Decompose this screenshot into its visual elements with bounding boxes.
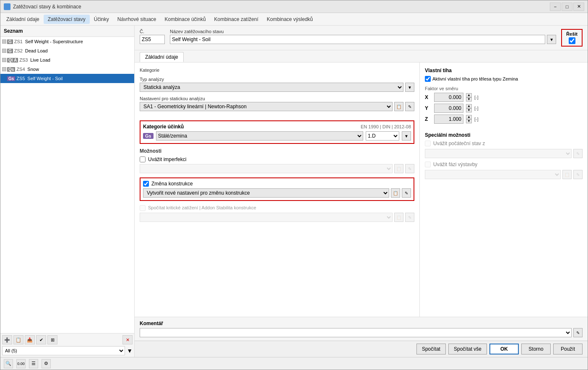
window-title: Zatěžovací stavy & kombinace bbox=[13, 4, 550, 10]
aktivni-checkbox[interactable] bbox=[425, 76, 431, 82]
name-combo: ▼ bbox=[170, 35, 556, 44]
spocitat-button[interactable]: Spočítat bbox=[416, 344, 446, 354]
menu-ucinky[interactable]: Účinky bbox=[90, 15, 113, 24]
komentar-btn[interactable]: ✎ bbox=[573, 328, 583, 337]
z-spin-down[interactable]: ▼ bbox=[466, 119, 472, 123]
filter-select[interactable]: All (5) bbox=[2, 346, 125, 355]
nastaveni-label: Nastavení pro statickou analýzu bbox=[140, 96, 414, 101]
zmena-checkbox[interactable] bbox=[143, 181, 149, 187]
minimize-button[interactable]: − bbox=[550, 3, 561, 11]
komentar-select[interactable] bbox=[140, 328, 572, 337]
maximize-button[interactable]: □ bbox=[562, 3, 572, 11]
kategorie-ucinku-box: Kategorie účinků EN 1990 | DIN | 2012-08… bbox=[140, 120, 414, 144]
uvazit-checkbox[interactable] bbox=[140, 156, 146, 162]
form-right: Vlastní tíha Aktivní vlastní tíha pro tě… bbox=[420, 63, 588, 317]
status-list-icon[interactable]: ☰ bbox=[29, 359, 38, 368]
table-button[interactable]: ⊞ bbox=[47, 335, 57, 344]
faktor-y-row: Y ▲ ▼ [-] bbox=[425, 104, 583, 113]
import-button[interactable]: 📥 bbox=[25, 335, 35, 344]
ok-button[interactable]: OK bbox=[489, 344, 519, 354]
faktor-z-row: Z ▲ ▼ [-] bbox=[425, 115, 583, 124]
storno-button[interactable]: Storno bbox=[521, 344, 551, 354]
menu-kombinace-vysledku[interactable]: Kombinace výsledků bbox=[263, 15, 317, 24]
resit-checkbox[interactable] bbox=[569, 37, 575, 44]
sidebar-item-zs1[interactable]: G ZS1 Self Weight - Superstructure bbox=[0, 37, 134, 46]
sidebar-item-zs2[interactable]: G ZS2 Dead Load bbox=[0, 46, 134, 55]
uvazit-edit-btn: ✎ bbox=[405, 164, 414, 173]
menu-zatezovaci[interactable]: Zatěžovací stavy bbox=[44, 15, 90, 24]
y-spin: ▲ ▼ bbox=[466, 104, 472, 112]
y-spin-down[interactable]: ▼ bbox=[466, 108, 472, 112]
faktor-x-row: X ▲ ▼ [-] bbox=[425, 93, 583, 102]
nastaveni-select[interactable]: SA1 - Geometricky lineární | Newton-Raph… bbox=[140, 102, 393, 111]
close-button[interactable]: ✕ bbox=[573, 3, 584, 11]
content-area: Seznam G ZS1 Self Weight - Superstructur… bbox=[0, 26, 588, 357]
copy-button[interactable]: 📋 bbox=[13, 335, 23, 344]
menu-navrhove[interactable]: Návrhové situace bbox=[113, 15, 161, 24]
add-button[interactable]: ➕ bbox=[2, 335, 12, 344]
moznosti-box: Možnosti Uvážit imperfekci 📋 ✎ bbox=[140, 148, 414, 173]
number-field-group: Č. bbox=[140, 29, 165, 44]
spocitat-vse-button[interactable]: Spočítat vše bbox=[448, 344, 487, 354]
y-spin-up[interactable]: ▲ bbox=[466, 104, 472, 108]
sidebar-item-zs4[interactable]: Qs ZS4 Snow bbox=[0, 65, 134, 74]
y-input[interactable] bbox=[434, 104, 463, 113]
status-coord-icon[interactable]: 0.00 bbox=[16, 359, 26, 368]
zmena-box: Změna konstrukce Vytvořit nové nastavení… bbox=[140, 177, 414, 201]
check-button[interactable]: ✔ bbox=[36, 335, 46, 344]
name-input[interactable] bbox=[170, 35, 545, 44]
typ-analyzy-combo: Statická analýza ▼ bbox=[140, 83, 414, 92]
status-bar: 🔍 0.00 ☰ ⚙ bbox=[0, 357, 588, 370]
aktivni-row: Aktivní vlastní tíha pro tělesa typu Zem… bbox=[425, 76, 583, 82]
kategorie-inner: Gs Stálé/zemina 1.D ▼ bbox=[143, 131, 411, 141]
spocitat-checkbox bbox=[140, 205, 146, 211]
typ-analyzy-select[interactable]: Statická analýza bbox=[140, 83, 403, 92]
x-spin-down[interactable]: ▼ bbox=[466, 97, 472, 102]
sidebar-item-zs5[interactable]: Gs ZS5 Self Weight - Soil bbox=[0, 74, 134, 83]
spocitat-combo-row: 📋 ✎ bbox=[140, 213, 414, 222]
menu-kombinace-ucinku[interactable]: Kombinace účinků bbox=[161, 15, 210, 24]
bottom-bar: Spočítat Spočítat vše OK Storno Použít bbox=[135, 341, 588, 357]
zmena-copy-btn[interactable]: 📋 bbox=[391, 188, 400, 198]
zs2-code: ZS2 bbox=[14, 48, 23, 53]
pocatecni-combo: ✎ bbox=[425, 149, 583, 158]
nastaveni-edit-btn[interactable]: ✎ bbox=[405, 102, 414, 111]
moznosti-title: Možnosti bbox=[140, 148, 414, 154]
uvazit-pocatecni-label: Uvážit počáteční stav z bbox=[433, 141, 485, 146]
delete-button[interactable]: ✕ bbox=[122, 335, 133, 344]
typ-analyzy-label: Typ analýzy bbox=[140, 77, 414, 82]
zmena-select[interactable]: Vytvořit nové nastavení pro změnu konstr… bbox=[143, 188, 389, 198]
sidebar-item-zs3[interactable]: Ql A ZS3 Live Load bbox=[0, 55, 134, 65]
specialni-section: Speciální možnosti Uvážit počáteční stav… bbox=[425, 132, 583, 179]
spocitat-label: Spočítat kritické zatížení | Addon Stabi… bbox=[148, 205, 256, 210]
faktor-header: Faktor ve směru bbox=[425, 86, 583, 91]
tab-zakladni[interactable]: Základní údaje bbox=[140, 52, 184, 62]
x-spin-up[interactable]: ▲ bbox=[466, 93, 472, 97]
status-settings-icon[interactable]: ⚙ bbox=[42, 359, 51, 368]
name-dropdown-btn[interactable]: ▼ bbox=[547, 35, 556, 44]
x-input[interactable] bbox=[434, 93, 463, 102]
kategorie-dropdown-btn[interactable]: ▼ bbox=[402, 131, 411, 141]
menu-kombinace-zatizeni[interactable]: Kombinace zatížení bbox=[210, 15, 263, 24]
typ-analyzy-dropdown[interactable]: ▼ bbox=[405, 83, 414, 92]
pouzit-button[interactable]: Použít bbox=[553, 344, 583, 354]
filter-dropdown-icon[interactable]: ▼ bbox=[127, 347, 133, 354]
tab-bar: Základní údaje bbox=[135, 50, 588, 63]
menu-zakladni[interactable]: Základní údaje bbox=[2, 15, 44, 24]
number-input[interactable] bbox=[140, 35, 165, 44]
z-input[interactable] bbox=[434, 115, 463, 124]
status-search-icon[interactable]: 🔍 bbox=[4, 359, 13, 368]
nastaveni-copy-btn[interactable]: 📋 bbox=[394, 102, 403, 111]
kategorie-select[interactable]: Stálé/zemina bbox=[156, 131, 363, 141]
kategorie-sub-select[interactable]: 1.D bbox=[366, 131, 399, 141]
komentar-section: Komentář ✎ bbox=[135, 317, 588, 341]
z-spin-up[interactable]: ▲ bbox=[466, 115, 472, 119]
uvazit-combo-row: 📋 ✎ bbox=[140, 164, 414, 173]
zmena-edit-btn[interactable]: ✎ bbox=[402, 188, 411, 198]
sidebar-footer: ➕ 📋 📥 ✔ ⊞ ✕ All (5) ▼ bbox=[0, 333, 134, 357]
komentar-row: ✎ bbox=[140, 328, 583, 337]
main-window: Zatěžovací stavy & kombinace − □ ✕ Zákla… bbox=[0, 0, 588, 370]
y-axis-label: Y bbox=[425, 105, 432, 111]
z-spin: ▲ ▼ bbox=[466, 115, 472, 123]
uvazit-select bbox=[140, 164, 393, 173]
